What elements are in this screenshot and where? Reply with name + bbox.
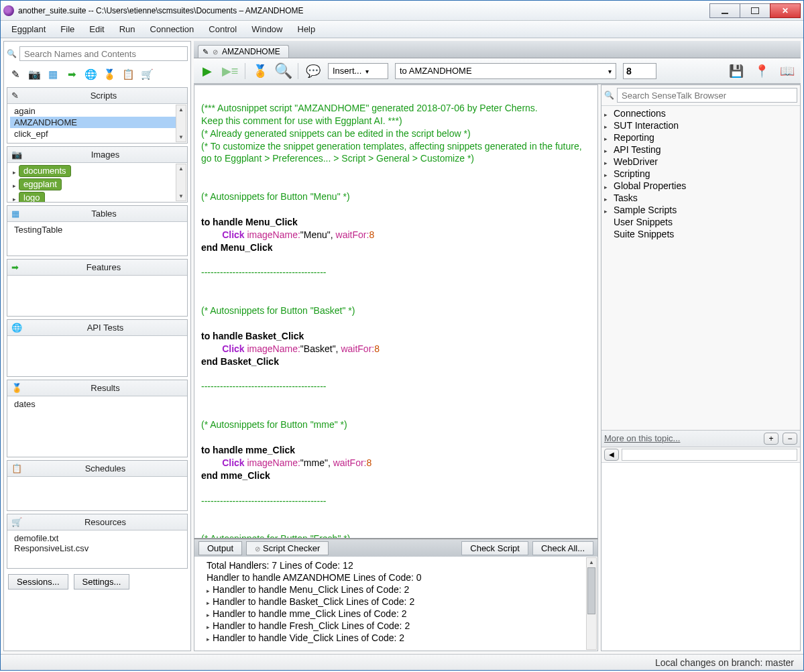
remove-button[interactable]: − [783,433,797,445]
menu-run[interactable]: Run [113,22,142,36]
save-icon[interactable]: 💾 [728,63,744,79]
chevron-right-icon[interactable] [207,608,213,619]
close-icon[interactable]: ⊘ [255,545,260,553]
close-button[interactable] [770,3,801,18]
edit-icon[interactable]: ✎ [9,68,21,80]
back-button[interactable]: ◀ [604,449,619,461]
checker-line[interactable]: Handler to handle Fresh_Click Lines of C… [200,620,592,632]
browser-item[interactable]: SUT Interaction [603,119,799,131]
script-checker-output: Total Handlers: 7 Lines of Code: 12 Hand… [194,557,597,651]
browser-item[interactable]: Suite Snippets [603,228,799,240]
result-item[interactable]: dates [14,399,36,409]
checker-line[interactable]: Handler to handle mme_Click Lines of Cod… [200,608,592,620]
browser-item[interactable]: User Snippets [603,216,799,228]
checker-line[interactable]: Handler to handle Menu_Click Lines of Co… [200,583,592,596]
check-all-button[interactable]: Check All... [532,541,593,555]
chevron-right-icon [13,180,16,190]
titlebar[interactable]: another_suite.suite -- C:\Users\etienne\… [1,1,803,21]
resource-item[interactable]: demofile.txt [14,533,180,543]
image-folder[interactable]: eggplant [10,178,184,191]
output-tab[interactable]: Output [198,541,242,555]
script-item-selected[interactable]: AMZANDHOME [10,117,184,128]
menu-connection[interactable]: Connection [143,22,201,36]
minimize-button[interactable] [709,3,740,18]
browser-item[interactable]: Sample Scripts [603,204,799,216]
topic-field [622,449,797,461]
script-checker-tab[interactable]: ⊘Script Checker [246,541,329,555]
resource-item[interactable]: ResponsiveList.csv [14,543,180,553]
image-folder[interactable]: logo [10,191,184,202]
browser-item[interactable]: Scripting [603,168,799,180]
browser-item[interactable]: API Testing [603,144,799,156]
document-tab[interactable]: ✎ ⊘ AMZANDHOME [198,45,289,58]
tables-header: Tables [25,209,183,219]
badge-icon[interactable]: 🏅 [103,68,115,80]
browser-item[interactable]: Connections [603,107,799,119]
browser-item[interactable]: Tasks [603,192,799,204]
menu-window[interactable]: Window [245,22,289,36]
table-icon[interactable]: ▦ [47,68,59,80]
menu-help[interactable]: Help [291,22,323,36]
run-button[interactable]: ▶ [199,63,215,79]
checker-line: Handler to handle AMZANDHOME Lines of Co… [200,571,592,583]
cart-icon[interactable]: 🛒 [141,68,153,80]
image-folder[interactable]: documents [10,164,184,178]
navigator-search-input[interactable] [19,46,188,61]
schedules-header: Schedules [27,463,183,473]
run-selection-button[interactable]: ▶≡ [222,63,238,79]
checker-line[interactable]: Handler to handle Basket_Click Lines of … [200,596,592,608]
scripts-section: ✎ Scripts again AMZANDHOME click_epf [7,87,188,144]
maximize-button[interactable] [740,3,770,18]
add-button[interactable]: + [764,433,779,445]
menu-edit[interactable]: Edit [82,22,111,36]
settings-button[interactable]: Settings... [74,574,130,590]
browser-search-input[interactable] [617,88,797,103]
scrollbar[interactable] [176,164,186,201]
chevron-right-icon[interactable] [207,584,213,595]
menu-control[interactable]: Control [202,22,243,36]
clipboard-icon[interactable]: 📋 [122,68,134,80]
scrollbar[interactable] [586,557,597,650]
chevron-right-icon [604,132,611,143]
menu-file[interactable]: File [54,22,81,36]
browser-item[interactable]: Reporting [603,131,799,144]
sensetalk-browser: Connections SUT Interaction Reporting AP… [601,85,801,651]
script-item[interactable]: again [10,105,184,117]
globe-icon[interactable]: 🌐 [84,68,97,80]
check-script-button[interactable]: Check Script [461,541,528,555]
cart-icon: 🛒 [11,517,22,527]
chevron-right-icon[interactable] [207,620,213,631]
close-tab-icon[interactable]: ⊘ [213,48,218,56]
zoom-in-icon[interactable]: 🔍 [275,63,291,79]
table-icon: ▦ [11,209,19,219]
checker-line[interactable]: Handler to handle Vide_Click Lines of Co… [200,632,592,644]
chevron-right-icon [604,168,611,179]
chevron-right-icon[interactable] [207,596,213,607]
more-link[interactable]: More on this topic... [604,433,760,443]
browser-item[interactable]: Global Properties [603,180,799,192]
scripts-header: Scripts [24,91,183,101]
book-icon[interactable]: 📖 [779,63,795,79]
menu-eggplant[interactable]: Eggplant [5,22,52,36]
waitfor-input[interactable] [623,63,656,79]
comment-icon[interactable]: 💬 [305,63,321,79]
script-item[interactable]: click_epf [10,128,184,139]
chevron-right-icon[interactable] [207,632,213,643]
window-title: another_suite.suite -- C:\Users\etienne\… [18,6,303,15]
browser-item[interactable]: WebDriver [603,156,799,168]
chevron-right-icon [604,144,611,155]
table-item[interactable]: TestingTable [14,225,62,235]
location-icon[interactable]: 📍 [754,63,770,79]
camera-icon[interactable]: 📷 [28,68,40,80]
images-section: 📷 Images documents eggplant logo new_ [7,146,188,203]
feature-icon[interactable]: ➡ [66,68,78,80]
code-editor[interactable]: (*** Autosnippet script "AMZANDHOME" gen… [194,85,598,539]
chevron-right-icon [604,108,611,119]
search-icon [604,91,614,100]
badge-icon[interactable]: 🏅 [252,63,268,79]
insert-dropdown[interactable]: Insert... [328,63,388,79]
target-dropdown[interactable]: to AMZANDHOME [395,63,616,79]
scrollbar[interactable] [176,105,186,142]
apitests-section: 🌐 API Tests [7,319,188,377]
sessions-button[interactable]: Sessions... [8,574,68,590]
